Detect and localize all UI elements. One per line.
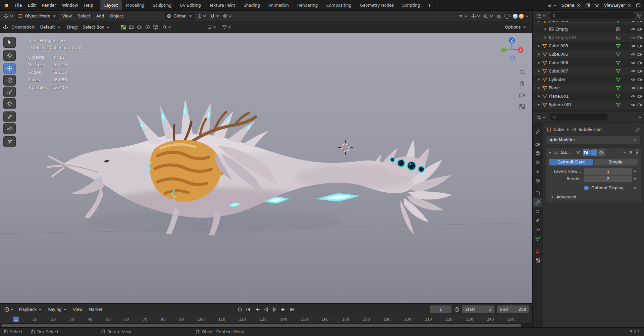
hide-in-viewport-icon[interactable] bbox=[631, 44, 636, 48]
modifier-panel-header[interactable]: Su... bbox=[546, 148, 641, 157]
outliner-item[interactable]: Cube.005 bbox=[533, 50, 644, 58]
outliner-item[interactable]: Cube.007 bbox=[533, 67, 644, 75]
workspace-tab-animation[interactable]: Animation bbox=[264, 0, 293, 10]
move-tool-button[interactable] bbox=[3, 63, 16, 74]
snapping-toggle[interactable] bbox=[209, 12, 221, 20]
breadcrumb-object[interactable]: Cube bbox=[553, 127, 564, 132]
tab-tool[interactable] bbox=[533, 127, 542, 136]
shading-material-button[interactable] bbox=[513, 14, 518, 19]
pivot-point-dropdown[interactable] bbox=[196, 12, 208, 20]
animate-property-dot[interactable] bbox=[632, 187, 638, 189]
expand-arrow-icon[interactable] bbox=[537, 44, 541, 48]
outliner-item[interactable]: Cube.004 bbox=[533, 21, 644, 25]
object-visibility-dropdown[interactable] bbox=[457, 12, 469, 20]
hide-in-viewport-icon[interactable] bbox=[631, 102, 636, 107]
menu-keying[interactable]: Keying bbox=[45, 304, 69, 315]
workspace-tab-sculpting[interactable]: Sculpting bbox=[149, 0, 176, 10]
expand-arrow-icon[interactable] bbox=[543, 36, 547, 40]
tab-view-layer[interactable] bbox=[533, 158, 542, 167]
list-options-button[interactable] bbox=[206, 23, 218, 31]
drag-setting-dropdown[interactable]: Select Box bbox=[80, 23, 113, 31]
menu-add[interactable]: Add bbox=[94, 11, 107, 21]
ortho-grid-icon[interactable] bbox=[519, 103, 525, 110]
edit-mode-display-toggle[interactable] bbox=[583, 149, 590, 156]
modifier-extras-chevron-icon[interactable] bbox=[623, 150, 627, 154]
tab-world[interactable] bbox=[533, 176, 542, 185]
collapse-chevron-icon[interactable] bbox=[548, 150, 552, 154]
expand-arrow-icon[interactable] bbox=[537, 103, 541, 107]
animate-property-dot[interactable] bbox=[632, 178, 638, 180]
outliner-item[interactable]: Sphere.001 bbox=[533, 100, 644, 109]
palette-icon[interactable] bbox=[121, 25, 126, 30]
menu-marker[interactable]: Marker bbox=[86, 304, 105, 315]
timeline-ruler[interactable]: 1 10 20 30 40 50 60 70 80 90 100 110 120… bbox=[0, 315, 532, 323]
transform-orientation-dropdown[interactable]: Global bbox=[164, 12, 195, 20]
hide-in-viewport-icon[interactable] bbox=[631, 94, 636, 99]
mode-dropdown[interactable]: Object Mode bbox=[15, 12, 59, 20]
disable-in-renders-icon[interactable] bbox=[637, 69, 642, 74]
expand-arrow-icon[interactable] bbox=[537, 21, 541, 23]
orientation-setting-dropdown[interactable]: Default bbox=[38, 23, 64, 31]
workspace-tab-layout[interactable]: Layout bbox=[100, 0, 122, 10]
menu-render[interactable]: Render bbox=[39, 0, 59, 10]
frame-start-field[interactable]: Start1 bbox=[462, 305, 494, 313]
workspace-tab-compositing[interactable]: Compositing bbox=[322, 0, 356, 10]
timeline-editor-type-button[interactable] bbox=[3, 305, 15, 314]
disable-in-renders-icon[interactable] bbox=[637, 102, 642, 107]
viewlayer-name-field[interactable]: ViewLayer bbox=[601, 2, 634, 9]
animate-property-dot[interactable] bbox=[632, 171, 638, 172]
new-scene-icon[interactable] bbox=[585, 3, 590, 8]
select-box-tool-button[interactable] bbox=[3, 37, 16, 48]
catmull-clark-button[interactable]: Catmull-Clark bbox=[549, 159, 593, 165]
menu-timeline-view[interactable]: View bbox=[70, 304, 85, 315]
outliner-editor-type-button[interactable] bbox=[535, 12, 547, 20]
select-mode-circles-icon[interactable] bbox=[137, 25, 142, 30]
play-reverse-button[interactable] bbox=[263, 307, 269, 312]
gizmo-y-axis[interactable] bbox=[501, 48, 506, 53]
expand-arrow-icon[interactable] bbox=[537, 94, 541, 98]
menu-file[interactable]: File bbox=[12, 0, 25, 10]
render-levels-field[interactable]: 2 bbox=[584, 176, 632, 182]
modifier-name[interactable]: Su... bbox=[561, 150, 570, 155]
disable-in-renders-icon[interactable] bbox=[637, 52, 642, 57]
outliner-item[interactable]: Plane.001 bbox=[533, 92, 644, 100]
menu-select[interactable]: Select bbox=[75, 11, 93, 21]
outliner-item[interactable]: Plane bbox=[533, 84, 644, 92]
snap-target-icon[interactable] bbox=[145, 25, 150, 30]
tab-particles[interactable] bbox=[533, 207, 542, 216]
tab-material[interactable] bbox=[533, 247, 542, 256]
tab-render[interactable] bbox=[533, 140, 542, 149]
simple-button[interactable]: Simple bbox=[594, 159, 638, 165]
tab-object[interactable] bbox=[533, 189, 542, 198]
unlink-scene-icon[interactable] bbox=[577, 3, 581, 7]
camera-view-icon[interactable] bbox=[519, 92, 525, 98]
jump-to-end-button[interactable] bbox=[289, 307, 295, 312]
menu-view[interactable]: View bbox=[60, 11, 74, 21]
menu-window[interactable]: Window bbox=[59, 0, 81, 10]
expand-arrow-icon[interactable] bbox=[537, 78, 541, 82]
properties-options-chevron-icon[interactable] bbox=[638, 115, 642, 119]
disable-in-renders-icon[interactable] bbox=[637, 35, 642, 40]
measure-tool-button[interactable] bbox=[3, 123, 16, 134]
tab-scene[interactable] bbox=[533, 167, 542, 176]
hide-in-viewport-icon[interactable] bbox=[631, 60, 636, 65]
3d-viewport[interactable]: User Perspective (1) Scene Collection | … bbox=[0, 33, 532, 303]
optimal-display-checkbox[interactable]: ✓ bbox=[584, 186, 589, 190]
timeline-scrollbar[interactable] bbox=[0, 323, 532, 327]
menu-edit[interactable]: Edit bbox=[25, 0, 39, 10]
current-frame-field[interactable]: 1 bbox=[430, 305, 451, 313]
properties-search-input[interactable] bbox=[549, 113, 608, 121]
pan-hand-icon[interactable] bbox=[519, 81, 525, 87]
tab-output[interactable] bbox=[533, 149, 542, 158]
annotate-tool-button[interactable] bbox=[3, 111, 16, 122]
show-overlays-dropdown[interactable] bbox=[483, 12, 495, 20]
previous-keyframe-button[interactable] bbox=[255, 307, 260, 312]
editor-type-button[interactable] bbox=[2, 12, 15, 20]
pin-wrench-icon[interactable] bbox=[635, 127, 640, 132]
add-workspace-button[interactable]: + bbox=[424, 0, 435, 10]
frame-end-field[interactable]: End250 bbox=[497, 305, 529, 313]
options-dropdown[interactable]: Options bbox=[502, 23, 529, 31]
auto-keying-toggle[interactable] bbox=[237, 307, 243, 312]
proportional-editing-toggle[interactable] bbox=[221, 12, 233, 20]
disable-in-renders-icon[interactable] bbox=[637, 27, 642, 32]
